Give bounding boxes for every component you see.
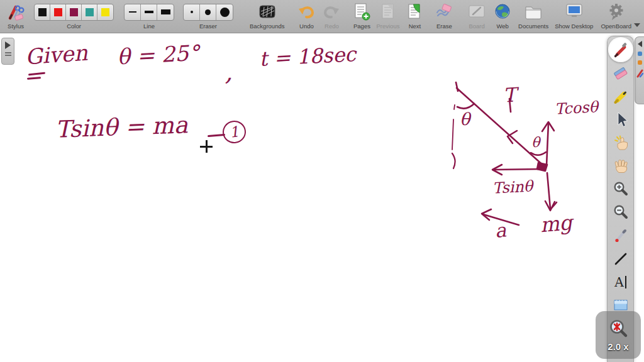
line-thin-button[interactable] — [125, 4, 141, 20]
inner-angle-arc — [531, 152, 546, 155]
given-underline-2 — [27, 77, 41, 80]
next-page-icon — [406, 2, 423, 22]
pages-label: Pages — [353, 23, 370, 30]
laser-pointer-tool-button[interactable] — [612, 228, 630, 244]
color-swatch — [38, 8, 47, 16]
color-swatch — [101, 8, 109, 16]
openboard-menu-caret-icon[interactable] — [634, 23, 640, 27]
redo-icon — [322, 2, 341, 22]
color-swatch-button[interactable] — [50, 4, 66, 20]
pages-icon — [352, 2, 371, 22]
library-app-icon — [638, 52, 642, 56]
highlighter-tool-button[interactable] — [612, 88, 630, 104]
openboard-label: OpenBoard — [601, 23, 631, 30]
library-drawer-tab[interactable] — [635, 36, 644, 104]
free-body-diagram: θ T Tcosθ θ Tsinθ mg a — [439, 74, 609, 294]
zoom-out-tool-button[interactable] — [612, 204, 630, 221]
eraser-tool-button[interactable] — [612, 65, 630, 81]
highlighter-icon — [613, 88, 629, 104]
string-angle-arc — [457, 104, 474, 109]
line-thick-button[interactable] — [157, 4, 174, 20]
stylus-label: Stylus — [8, 23, 24, 30]
erase-button[interactable]: Erase — [435, 2, 453, 30]
backgrounds-button[interactable]: Backgrounds — [250, 2, 284, 30]
line-label: Line — [143, 23, 155, 30]
erase-icon — [435, 2, 453, 22]
redo-button[interactable]: Redo — [322, 2, 341, 30]
tcos-arrow-shaft — [547, 123, 548, 166]
cursor-arrow-icon — [613, 111, 629, 128]
stylus-group[interactable]: Stylus — [5, 2, 26, 30]
documents-button[interactable]: Documents — [518, 2, 548, 30]
redo-label: Redo — [325, 23, 339, 30]
color-label: Color — [67, 23, 81, 30]
openboard-menu-button[interactable]: OpenBoard — [601, 2, 631, 30]
note-time-value: t = 18sec — [258, 44, 356, 69]
show-desktop-button[interactable]: Show Desktop — [555, 2, 593, 30]
diagram-string-angle-label: θ — [460, 111, 470, 128]
web-icon — [493, 2, 512, 22]
undo-button[interactable]: Undo — [297, 2, 316, 30]
zoom-in-tool-button[interactable] — [612, 181, 630, 197]
open-hand-icon — [613, 158, 629, 174]
vertical-dashed-line — [452, 105, 455, 150]
color-swatch-button[interactable] — [66, 4, 82, 20]
previous-page-icon — [379, 2, 397, 22]
board-icon — [467, 2, 487, 22]
diagram-tension-label: T — [502, 85, 517, 105]
color-swatch — [70, 8, 78, 16]
line-medium-button[interactable] — [141, 4, 157, 20]
diagram-tcos-label: Tcosθ — [554, 99, 598, 117]
line-tool-button[interactable] — [612, 251, 630, 267]
eraser-small-button[interactable] — [184, 4, 200, 20]
equation-number-circle: 1 — [221, 119, 248, 145]
stylus-icon — [5, 2, 26, 22]
interact-tool-button[interactable] — [612, 134, 630, 151]
diagram-acceleration-label: a — [494, 221, 507, 241]
zoom-in-icon — [613, 181, 629, 197]
selector-tool-button[interactable] — [612, 111, 630, 128]
openboard-gear-icon — [607, 2, 626, 22]
backgrounds-icon — [258, 2, 277, 22]
library-pen-icon — [636, 69, 643, 78]
color-swatch-button[interactable] — [97, 4, 113, 20]
undo-label: Undo — [299, 23, 314, 30]
erase-label: Erase — [436, 23, 452, 30]
web-button[interactable]: Web — [493, 2, 512, 30]
line-icon — [613, 251, 629, 267]
eraser-group: Eraser — [183, 2, 233, 30]
note-comma: , — [225, 60, 233, 84]
show-desktop-label: Show Desktop — [555, 23, 593, 30]
documents-icon — [523, 2, 543, 22]
pages-button[interactable]: Pages — [352, 2, 371, 30]
eraser-medium-button[interactable] — [200, 4, 216, 20]
color-swatch-button[interactable] — [82, 4, 97, 20]
board-canvas[interactable]: Given θ = 25° , t = 18sec Tsinθ = ma 1 — [0, 34, 644, 362]
board-button[interactable]: Board — [467, 2, 487, 30]
pen-cursor-crosshair — [200, 140, 213, 153]
zoom-indicator-overlay: 2.0 x — [596, 311, 641, 359]
text-tool-button[interactable]: A — [612, 274, 630, 290]
next-page-label: Next — [409, 23, 421, 30]
previous-page-button[interactable]: Previous — [376, 2, 399, 30]
color-swatch — [54, 8, 62, 16]
reset-zoom-icon[interactable] — [607, 319, 630, 340]
color-swatches — [34, 4, 114, 21]
diagram-tsin-label: Tsinθ — [492, 178, 533, 195]
pen-tool-button[interactable] — [612, 41, 630, 58]
tsin-arrow-shaft — [494, 169, 540, 170]
vertical-dash-curve — [452, 153, 455, 168]
laser-pointer-icon — [613, 228, 629, 244]
given-underline-1 — [28, 72, 45, 76]
diagram-inner-angle-label: θ — [531, 136, 540, 150]
equation-number: 1 — [228, 123, 240, 141]
eraser-large-button[interactable] — [216, 4, 233, 20]
color-swatch-button[interactable] — [35, 4, 50, 20]
web-label: Web — [496, 23, 508, 30]
board-label: Board — [469, 23, 484, 30]
note-equation: Tsinθ = ma — [55, 113, 188, 141]
mg-arrow-shaft — [547, 173, 550, 209]
note-angle-value: θ = 25° — [116, 42, 199, 68]
hand-tool-button[interactable] — [612, 158, 630, 174]
next-page-button[interactable]: Next — [406, 2, 423, 30]
